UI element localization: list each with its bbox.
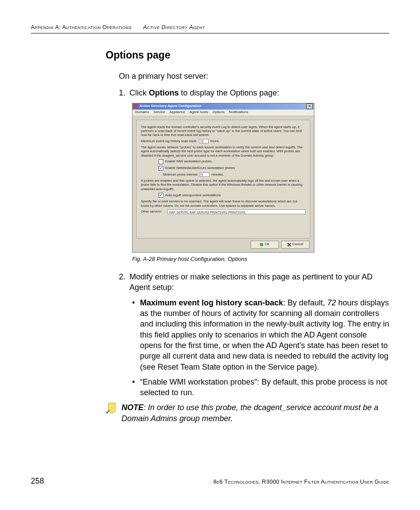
wmi-checkbox[interactable] xyxy=(158,159,163,164)
bullet1-after: : By default, xyxy=(283,298,327,307)
bullet2-text: “Enable WMI workstation probes”: By defa… xyxy=(140,377,389,398)
section-title: Options page xyxy=(106,49,389,61)
note-icon xyxy=(106,402,117,415)
dialog-panel: The agent reads the domain controller's … xyxy=(136,120,310,238)
step1-bold: Options xyxy=(149,88,179,97)
netwksta-label: Enable NetWkstaUserEnum workstation prob… xyxy=(165,166,235,170)
page-footer: 258 8e6 Technologies, R3000 Internet Fil… xyxy=(31,477,389,486)
step-1: 1. Click Options to display the Options … xyxy=(119,88,389,98)
cancel-label: Cancel xyxy=(292,242,303,247)
panel-para4: Specify file or print servers to be scan… xyxy=(141,199,306,208)
cancel-icon xyxy=(287,243,291,246)
scanback-input[interactable]: 72 xyxy=(199,139,209,143)
step2-text: Modify entries or make selections in thi… xyxy=(129,272,389,293)
panel-para2: The agent issues network "probes" to eac… xyxy=(141,145,306,158)
scanback-label: Maximum event log history scan-back: xyxy=(141,139,197,143)
cancel-button[interactable]: Cancel xyxy=(281,241,309,249)
menu-notifications[interactable]: Notifications xyxy=(229,110,248,115)
menu-bar: Domains Service Appliance Agent hosts Op… xyxy=(133,110,314,116)
probe-label: Minimum probe interval: xyxy=(163,172,198,177)
note-text: : In order to use this probe, the dcagen… xyxy=(122,403,378,422)
step1-post: to display the Options page: xyxy=(179,88,279,97)
bullet1-rest: hours displays as the number of hours of… xyxy=(140,298,389,371)
footer-text: 8e6 Technologies, R3000 Internet Filter … xyxy=(213,478,389,485)
wmi-label: Enable WMI workstation probes. xyxy=(165,159,213,164)
other-servers-input[interactable]: RAP-SERVR1 RAP-SERVR2 PRINTSVR1 PRINTSVR… xyxy=(167,209,306,214)
scanback-unit: hours. xyxy=(210,139,220,143)
autologoff-label: Auto-logoff unresponsive workstations xyxy=(165,193,221,198)
note-block: NOTE: In order to use this probe, the dc… xyxy=(106,402,389,424)
step-number: 2. xyxy=(119,272,129,293)
step-number: 1. xyxy=(119,88,129,98)
step1-pre: Click xyxy=(129,88,149,97)
probe-input[interactable]: 5 xyxy=(200,172,210,177)
bullet1-bold: Maximum event log history scan-back xyxy=(140,298,283,307)
app-icon xyxy=(134,104,138,108)
close-icon[interactable]: × xyxy=(306,103,313,109)
probe-unit: minutes. xyxy=(211,172,224,177)
figure-caption: Fig. A-28 Primary host Configuration, Op… xyxy=(132,255,389,263)
svg-marker-0 xyxy=(108,403,115,414)
bullet1-italic: 72 xyxy=(327,298,336,307)
dialog-title: Active Directory Agent Configuration xyxy=(140,104,202,109)
netwksta-checkbox[interactable]: ✔ xyxy=(158,166,163,171)
note-label: NOTE xyxy=(122,403,144,412)
intro-text: On a primary host server: xyxy=(119,71,389,81)
ok-label: Ok xyxy=(265,242,269,247)
menu-service[interactable]: Service xyxy=(154,110,166,115)
svg-point-1 xyxy=(106,412,108,414)
panel-para1: The agent reads the domain controller's … xyxy=(141,125,306,137)
other-servers-label: Other servers: xyxy=(141,209,166,214)
dialog-window: Active Directory Agent Configuration × D… xyxy=(132,103,314,253)
dialog-titlebar: Active Directory Agent Configuration × xyxy=(133,103,314,110)
bullet-item-wmi: • “Enable WMI workstation probes”: By de… xyxy=(132,377,389,398)
menu-appliance[interactable]: Appliance xyxy=(169,110,185,115)
ok-icon xyxy=(260,243,263,246)
menu-domains[interactable]: Domains xyxy=(135,110,149,115)
ok-button[interactable]: Ok xyxy=(251,241,279,249)
bullet-item-scanback: • Maximum event log history scan-back: B… xyxy=(132,297,389,372)
page-number: 258 xyxy=(31,477,44,486)
header-right: Active Directory Agent xyxy=(143,24,205,30)
menu-options[interactable]: Options xyxy=(213,110,225,115)
step-2: 2. Modify entries or make selections in … xyxy=(119,272,389,293)
autologoff-checkbox[interactable]: ✔ xyxy=(158,193,163,198)
menu-agent-hosts[interactable]: Agent hosts xyxy=(189,110,208,115)
running-header: Appendix A: Authentication Operations Ac… xyxy=(31,24,389,33)
header-left: Appendix A: Authentication Operations xyxy=(31,24,132,30)
panel-para3: If probes are enabled and this option is… xyxy=(141,179,306,191)
